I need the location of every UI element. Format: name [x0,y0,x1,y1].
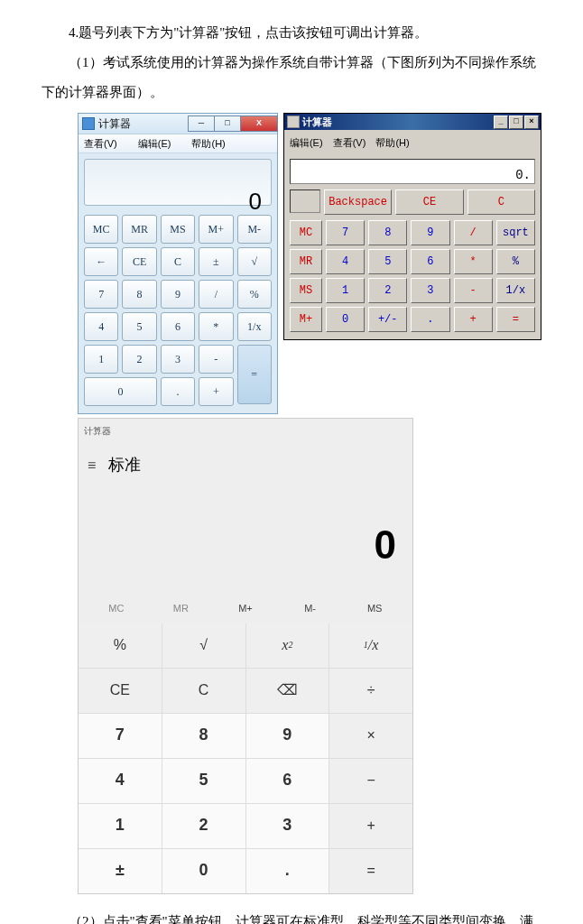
key-*[interactable]: * [454,249,493,274]
key-1/x[interactable]: 1/x [237,312,272,341]
key--[interactable]: - [454,278,493,303]
key-MS[interactable]: MS [290,278,322,303]
mem-MS[interactable]: MS [342,597,407,619]
menu-edit[interactable]: 编辑(E) [290,137,323,148]
key-.[interactable]: . [161,377,195,406]
key-MC[interactable]: MC [84,215,118,244]
menu-edit[interactable]: 编辑(E) [138,138,180,149]
key-CE[interactable]: CE [122,247,156,276]
key-M-[interactable]: M- [237,215,272,244]
key-7[interactable]: 7 [326,220,365,245]
key-C[interactable]: C [162,669,245,713]
key-7[interactable]: 7 [84,280,118,309]
menu-view[interactable]: 查看(V) [333,137,366,148]
key-9[interactable]: 9 [246,714,329,758]
key-%[interactable]: % [79,624,162,668]
close-icon[interactable]: × [524,116,539,129]
minimize-icon[interactable]: _ [494,116,508,129]
key-←[interactable]: ← [84,247,118,276]
xp-menubar: 编辑(E) 查看(V) 帮助(H) [284,130,541,155]
key-M+[interactable]: M+ [199,215,233,244]
key-±[interactable]: ± [199,247,233,276]
key-+[interactable]: + [329,804,412,848]
key-0[interactable]: 0 [162,849,245,893]
menu-help[interactable]: 帮助(H) [375,137,409,148]
key-6[interactable]: 6 [161,312,195,341]
key-C[interactable]: C [161,247,195,276]
key-5[interactable]: 5 [368,249,407,274]
ce-button[interactable]: CE [395,189,463,215]
key-√[interactable]: √ [162,624,245,668]
key-3[interactable]: 3 [161,345,195,374]
mem-MC[interactable]: MC [84,597,149,619]
key-MS[interactable]: MS [161,215,195,244]
key-6[interactable]: 6 [411,249,449,274]
key-8[interactable]: 8 [368,220,407,245]
key-%[interactable]: % [496,249,535,274]
key-7[interactable]: 7 [79,714,162,758]
key-MR[interactable]: MR [290,249,322,274]
minimize-icon[interactable]: ─ [188,116,215,132]
key-2[interactable]: 2 [122,345,156,374]
key-.[interactable]: . [411,307,449,332]
key-4[interactable]: 4 [79,759,162,803]
key-3[interactable]: 3 [246,804,329,848]
key-±[interactable]: ± [79,849,162,893]
key-/[interactable]: / [454,220,493,245]
key-1[interactable]: 1 [79,804,162,848]
key-0[interactable]: 0 [326,307,365,332]
key-+/-[interactable]: +/- [368,307,407,332]
key-1/x[interactable]: 1/x [496,278,535,303]
backspace-button[interactable]: Backspace [324,189,392,215]
key-/[interactable]: / [199,280,233,309]
maximize-icon[interactable]: □ [214,116,241,132]
key-¹/x[interactable]: 1/x [329,624,412,668]
key-sqrt[interactable]: sqrt [496,220,535,245]
xp-title: 计算器 [302,111,332,133]
menu-help[interactable]: 帮助(H) [191,138,234,149]
key-9[interactable]: 9 [161,280,195,309]
key-1[interactable]: 1 [84,345,118,374]
key-⌫[interactable]: ⌫ [246,669,329,713]
c-button[interactable]: C [467,189,535,215]
key-÷[interactable]: ÷ [329,669,412,713]
key-=[interactable]: = [496,307,535,332]
key-MR[interactable]: MR [122,215,156,244]
key-8[interactable]: 8 [162,714,245,758]
key-MC[interactable]: MC [290,220,322,245]
key-1[interactable]: 1 [326,278,365,303]
key-2[interactable]: 2 [368,278,407,303]
key-0[interactable]: 0 [84,377,157,406]
key-8[interactable]: 8 [122,280,156,309]
key-x²[interactable]: x2 [246,624,329,668]
key-+[interactable]: + [454,307,493,332]
close-icon[interactable]: X [240,116,278,132]
key-2[interactable]: 2 [162,804,245,848]
key-5[interactable]: 5 [122,312,156,341]
para-1: 4.题号列表下方为"计算器"按钮，点击该按钮可调出计算器。 [42,18,541,48]
menu-view[interactable]: 查看(V) [84,138,126,149]
key-√[interactable]: √ [237,247,272,276]
key-5[interactable]: 5 [162,759,245,803]
key-+[interactable]: + [199,377,233,406]
maximize-icon[interactable]: □ [509,116,523,129]
key-M+[interactable]: M+ [290,307,322,332]
key-9[interactable]: 9 [411,220,449,245]
key-*[interactable]: * [199,312,233,341]
key-3[interactable]: 3 [411,278,449,303]
hamburger-icon[interactable]: ≡ [88,449,96,481]
mem-M-[interactable]: M- [278,597,343,619]
key-6[interactable]: 6 [246,759,329,803]
key-%[interactable]: % [237,280,272,309]
key-×[interactable]: × [329,714,412,758]
mem-M+[interactable]: M+ [213,597,278,619]
key-.[interactable]: . [246,849,329,893]
key-4[interactable]: 4 [326,249,365,274]
key--[interactable]: - [199,345,233,374]
key-=[interactable]: = [237,345,272,404]
key-CE[interactable]: CE [79,669,162,713]
key-−[interactable]: − [329,759,412,803]
mem-MR[interactable]: MR [149,597,214,619]
key-4[interactable]: 4 [84,312,118,341]
key-=[interactable]: = [329,849,412,893]
